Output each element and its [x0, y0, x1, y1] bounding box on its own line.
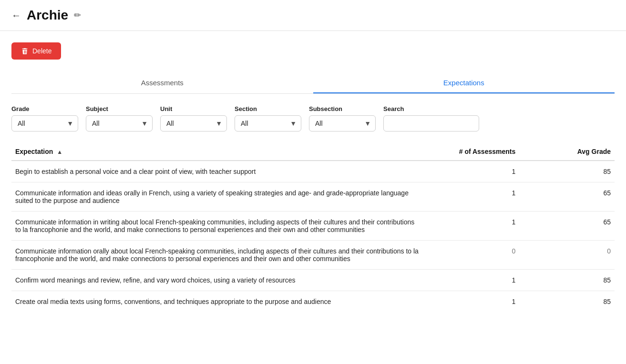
assessments-cell: 1: [424, 291, 520, 313]
expectations-table-container: Expectation ▲ # of Assessments Avg Grade…: [11, 143, 615, 312]
expectation-cell: Communicate information orally about loc…: [11, 241, 424, 270]
unit-label: Unit: [160, 105, 227, 112]
table-row: Create oral media texts using forms, con…: [11, 291, 615, 313]
table-row: Begin to establish a personal voice and …: [11, 161, 615, 182]
subject-select[interactable]: All: [86, 115, 153, 131]
tab-expectations[interactable]: Expectations: [313, 73, 615, 93]
search-input[interactable]: [383, 115, 479, 131]
avg-grade-cell: 65: [519, 212, 615, 241]
assessments-cell: 1: [424, 270, 520, 291]
expectation-cell: Communicate information in writing about…: [11, 212, 424, 241]
subject-label: Subject: [86, 105, 153, 112]
main-content: Delete Assessments Expectations Grade Al…: [0, 31, 626, 312]
assessments-cell: 1: [424, 161, 520, 182]
delete-label: Delete: [32, 47, 51, 55]
table-row: Communicate information in writing about…: [11, 212, 615, 241]
table-header: Expectation ▲ # of Assessments Avg Grade: [11, 143, 615, 161]
header: ← Archie ✏: [0, 0, 626, 31]
search-label: Search: [383, 105, 479, 112]
table-row: Communicate information and ideas orally…: [11, 182, 615, 212]
sort-arrow-icon: ▲: [57, 149, 62, 155]
unit-select-wrapper: All ▼: [160, 115, 227, 131]
assessments-cell: 0: [424, 241, 520, 270]
col-header-avg-grade: Avg Grade: [519, 143, 615, 161]
subsection-select-wrapper: All ▼: [309, 115, 376, 131]
avg-grade-cell: 65: [519, 182, 615, 212]
edit-button[interactable]: ✏: [74, 10, 81, 20]
expectation-cell: Confirm word meanings and review, refine…: [11, 270, 424, 291]
grade-filter-group: Grade All ▼: [11, 105, 78, 131]
grade-label: Grade: [11, 105, 78, 112]
expectation-cell: Create oral media texts using forms, con…: [11, 291, 424, 313]
avg-grade-cell: 85: [519, 291, 615, 313]
subsection-label: Subsection: [309, 105, 376, 112]
section-filter-group: Section All ▼: [235, 105, 301, 131]
grade-select-wrapper: All ▼: [11, 115, 78, 131]
assessments-cell: 1: [424, 212, 520, 241]
page-title: Archie: [27, 8, 68, 23]
tabs-bar: Assessments Expectations: [11, 73, 615, 94]
avg-grade-cell: 85: [519, 161, 615, 182]
tab-assessments[interactable]: Assessments: [11, 73, 313, 93]
section-select-wrapper: All ▼: [235, 115, 301, 131]
avg-grade-cell: 85: [519, 270, 615, 291]
section-select[interactable]: All: [235, 115, 301, 131]
subject-filter-group: Subject All ▼: [86, 105, 153, 131]
filters-row: Grade All ▼ Subject All ▼ Unit All: [11, 105, 615, 131]
subsection-select[interactable]: All: [309, 115, 376, 131]
table-row: Confirm word meanings and review, refine…: [11, 270, 615, 291]
col-header-assessments: # of Assessments: [424, 143, 520, 161]
avg-grade-cell: 0: [519, 241, 615, 270]
expectation-cell: Communicate information and ideas orally…: [11, 182, 424, 212]
table-body: Begin to establish a personal voice and …: [11, 161, 615, 312]
subsection-filter-group: Subsection All ▼: [309, 105, 376, 131]
expectation-cell: Begin to establish a personal voice and …: [11, 161, 424, 182]
back-button[interactable]: ←: [11, 10, 21, 21]
unit-filter-group: Unit All ▼: [160, 105, 227, 131]
table-header-row: Expectation ▲ # of Assessments Avg Grade: [11, 143, 615, 161]
trash-icon: [21, 47, 29, 55]
delete-button[interactable]: Delete: [11, 42, 61, 60]
section-label: Section: [235, 105, 301, 112]
expectations-table: Expectation ▲ # of Assessments Avg Grade…: [11, 143, 615, 312]
subject-select-wrapper: All ▼: [86, 115, 153, 131]
col-header-expectation[interactable]: Expectation ▲: [11, 143, 424, 161]
grade-select[interactable]: All: [11, 115, 78, 131]
table-row: Communicate information orally about loc…: [11, 241, 615, 270]
search-filter-group: Search: [383, 105, 479, 131]
assessments-cell: 1: [424, 182, 520, 212]
unit-select[interactable]: All: [160, 115, 227, 131]
